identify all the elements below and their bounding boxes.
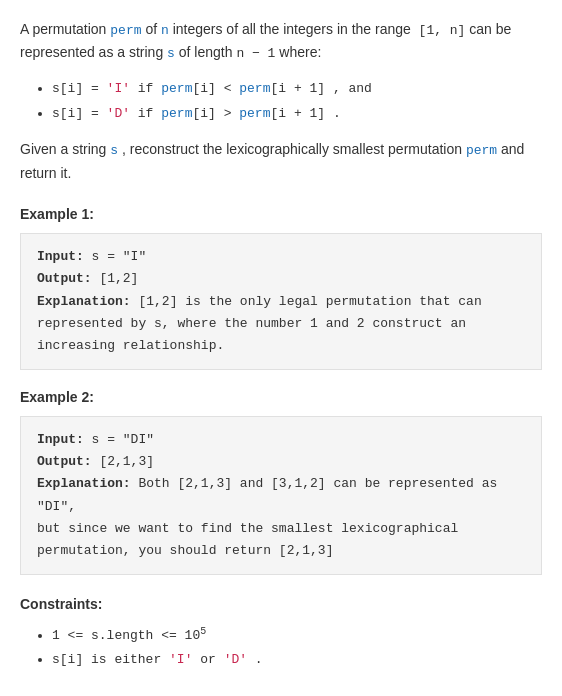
given-s: s [110,143,118,158]
given-paragraph: Given a string s , reconstruct the lexic… [20,138,542,185]
example-1-explanation: Explanation: [1,2] is the only legal per… [37,291,525,357]
example-2-output-val: [2,1,3] [92,454,154,469]
constraint-2-text: s[i] is either 'I' or 'D' . [52,652,263,667]
example-2-input: Input: s = "DI" [37,429,525,451]
rule-item-1: s[i] = 'I' if perm[i] < perm[i + 1] , an… [52,79,542,100]
rule-2-code: s[i] = 'D' if perm[i] > perm[i + 1] [52,106,325,121]
constraints-list: 1 <= s.length <= 105 s[i] is either 'I' … [20,623,542,671]
s-keyword: s [167,46,175,61]
example-1-box: Input: s = "I" Output: [1,2] Explanation… [20,233,542,369]
intro-paragraph: A permutation perm of n integers of all … [20,18,542,65]
example-2-explanation-label: Explanation: [37,476,131,491]
example-1-input-label: Input: [37,249,84,264]
example-1-input: Input: s = "I" [37,246,525,268]
example-1-output: Output: [1,2] [37,268,525,290]
example-2-box: Input: s = "DI" Output: [2,1,3] Explanat… [20,416,542,575]
given-perm: perm [466,143,497,158]
rule-1-code: s[i] = 'I' if perm[i] < perm[i + 1] [52,81,325,96]
example-2-output: Output: [2,1,3] [37,451,525,473]
constraint-item-1: 1 <= s.length <= 105 [52,623,542,646]
n-keyword: n [161,23,169,38]
example-2-output-label: Output: [37,454,92,469]
example-2-title: Example 2: [20,386,542,408]
rules-list: s[i] = 'I' if perm[i] < perm[i + 1] , an… [20,79,542,125]
length-value: n − 1 [236,46,275,61]
constraints-title: Constraints: [20,593,542,615]
example-1-output-label: Output: [37,271,92,286]
example-2-explanation: Explanation: Both [2,1,3] and [3,1,2] ca… [37,473,525,561]
perm-keyword: perm [110,23,141,38]
constraint-item-2: s[i] is either 'I' or 'D' . [52,650,542,671]
constraint-1-text: 1 <= s.length <= 105 [52,628,206,643]
example-1-explanation-label: Explanation: [37,294,131,309]
range-value: [1, n] [419,23,466,38]
example-1-input-val: s = "I" [84,249,146,264]
example-1-output-val: [1,2] [92,271,139,286]
example-2-input-label: Input: [37,432,84,447]
rule-item-2: s[i] = 'D' if perm[i] > perm[i + 1] . [52,104,542,125]
example-1-title: Example 1: [20,203,542,225]
example-2-input-val: s = "DI" [84,432,154,447]
